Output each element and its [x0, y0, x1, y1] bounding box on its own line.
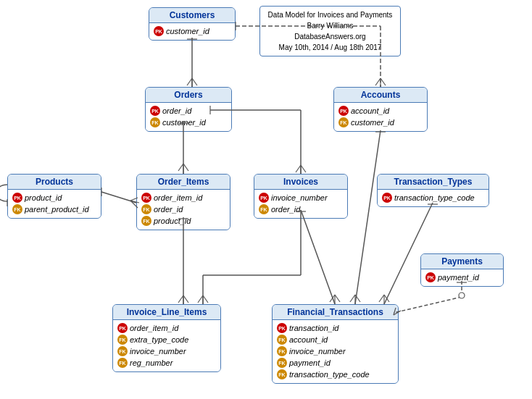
pk-icon: PK [150, 106, 160, 116]
field-ili-invoice-number: FK invoice_number [117, 345, 216, 357]
entity-orders-title: Orders [146, 88, 231, 103]
fk-icon: FK [277, 346, 287, 356]
entity-invoices-body: PK invoice_number FK order_id [254, 190, 347, 218]
info-date: May 10th, 2014 / Aug 18th 2017 [266, 42, 394, 53]
svg-point-63 [459, 293, 465, 298]
entity-accounts-title: Accounts [334, 88, 427, 103]
svg-line-54 [379, 295, 384, 302]
field-ft-transaction-id: PK transaction_id [277, 322, 394, 334]
entity-invoice-line-items-title: Invoice_Line_Items [113, 305, 220, 320]
entity-products-body: PK product_id FK parent_product_id [8, 190, 101, 218]
pk-icon: PK [382, 193, 392, 203]
pk-icon: PK [277, 323, 287, 333]
field-ili-order-item-id: PK order_item_id [117, 322, 216, 334]
svg-line-17 [183, 164, 188, 171]
field-ft-account-id: FK account_id [277, 334, 394, 345]
entity-payments-title: Payments [421, 254, 503, 269]
svg-line-6 [192, 78, 197, 85]
field-order-id: PK order_id [150, 105, 227, 117]
pkfk-icon: PK [117, 323, 128, 333]
entity-payments: Payments PK payment_id [420, 253, 504, 287]
svg-line-46 [335, 295, 340, 302]
svg-line-23 [301, 165, 306, 172]
svg-line-22 [296, 165, 301, 172]
diagram: Data Model for Invoices and Payments Bar… [0, 0, 532, 399]
pk-icon: PK [141, 193, 151, 203]
field-ft-transaction-type-code: FK transaction_type_code [277, 369, 394, 380]
svg-line-12 [381, 78, 386, 85]
fk-icon: FK [277, 335, 287, 345]
field-oi-product-id: FK product_id [141, 215, 225, 227]
pk-icon: PK [12, 193, 22, 203]
entity-financial-transactions: Financial_Transactions PK transaction_id… [272, 304, 399, 384]
svg-line-45 [330, 295, 335, 302]
svg-line-33 [178, 295, 183, 303]
field-ft-payment-id: FK payment_id [277, 357, 394, 369]
field-accounts-customer-id: FK customer_id [338, 117, 423, 128]
entity-orders: Orders PK order_id FK customer_id [145, 87, 232, 132]
svg-line-59 [394, 297, 462, 313]
info-box: Data Model for Invoices and Payments Bar… [259, 6, 401, 56]
entity-financial-transactions-title: Financial_Transactions [273, 305, 398, 320]
field-payment-id: PK payment_id [425, 272, 499, 283]
svg-line-34 [183, 295, 188, 303]
entity-payments-body: PK payment_id [421, 269, 503, 286]
field-invoice-number: PK invoice_number [259, 192, 343, 203]
entity-invoice-line-items: Invoice_Line_Items PK order_item_id FK e… [112, 304, 221, 372]
svg-line-16 [178, 164, 183, 171]
entity-accounts: Accounts PK account_id FK customer_id [333, 87, 428, 132]
field-ft-invoice-number: FK invoice_number [277, 345, 394, 357]
svg-line-55 [384, 295, 389, 302]
entity-customers-title: Customers [149, 8, 235, 23]
entity-customers-body: PK customer_id [149, 23, 235, 40]
entity-transaction-types: Transaction_Types PK transaction_type_co… [377, 174, 489, 207]
entity-invoice-line-items-body: PK order_item_id FK extra_type_code FK i… [113, 320, 220, 371]
field-product-id: PK product_id [12, 192, 96, 203]
field-inv-order-id: FK order_id [259, 203, 343, 215]
entity-order-items-body: PK order_item_id FK order_id FK product_… [137, 190, 230, 230]
fk-icon: FK [150, 117, 160, 127]
field-customer-id: PK customer_id [154, 25, 230, 37]
entity-transaction-types-body: PK transaction_type_code [378, 190, 489, 206]
svg-line-50 [355, 295, 360, 302]
field-account-id: PK account_id [338, 105, 423, 117]
field-parent-product-id: FK parent_product_id [12, 203, 96, 215]
fk-icon: FK [117, 335, 128, 345]
field-oi-order-id: FK order_id [141, 203, 225, 215]
field-ili-reg-number: FK reg_number [117, 357, 216, 369]
fk-icon: FK [259, 204, 269, 214]
field-ili-extra-type-code: FK extra_type_code [117, 334, 216, 345]
field-transaction-type-code: PK transaction_type_code [382, 192, 484, 203]
svg-line-44 [301, 210, 335, 304]
fk-icon: FK [117, 358, 128, 368]
entity-order-items-title: Order_Items [137, 175, 230, 190]
entity-invoices: Invoices PK invoice_number FK order_id [254, 174, 348, 219]
entity-accounts-body: PK account_id FK customer_id [334, 103, 427, 131]
entity-customers: Customers PK customer_id [149, 7, 236, 41]
entity-transaction-types-title: Transaction_Types [378, 175, 489, 190]
info-website: DatabaseAnswers.org [266, 31, 394, 42]
svg-line-5 [187, 78, 192, 85]
svg-line-11 [375, 78, 381, 85]
svg-line-41 [203, 295, 208, 303]
entity-orders-body: PK order_id FK customer_id [146, 103, 231, 131]
field-orders-customer-id: FK customer_id [150, 117, 227, 128]
pk-icon: PK [154, 26, 164, 36]
info-title: Data Model for Invoices and Payments [266, 9, 394, 20]
fk-icon: FK [141, 204, 151, 214]
fk-icon: FK [141, 216, 151, 226]
svg-line-40 [198, 295, 203, 303]
entity-products: Products PK product_id FK parent_product… [7, 174, 101, 219]
pk-icon: PK [338, 106, 349, 116]
pk-icon: PK [259, 193, 269, 203]
entity-order-items: Order_Items PK order_item_id FK order_id… [136, 174, 230, 230]
field-order-item-id: PK order_item_id [141, 192, 225, 203]
fk-icon: FK [12, 204, 22, 214]
entity-invoices-title: Invoices [254, 175, 347, 190]
fk-icon: FK [117, 346, 128, 356]
info-author: Barry Williams [266, 20, 394, 31]
pk-icon: PK [425, 272, 436, 282]
entity-products-title: Products [8, 175, 101, 190]
fk-icon: FK [338, 117, 349, 127]
fk-icon: FK [277, 369, 287, 379]
